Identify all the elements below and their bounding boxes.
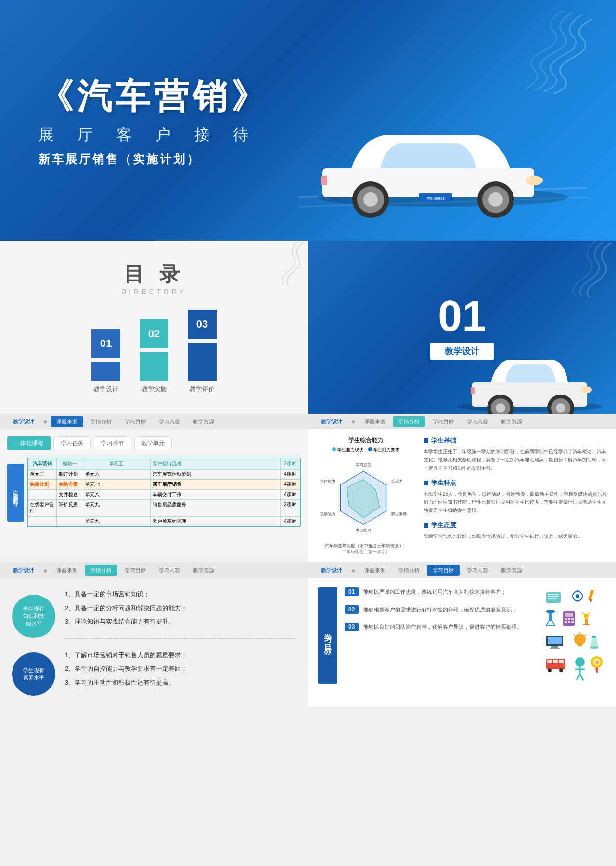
goal-text-1: 能够以严谨的工作态度，熟练运用汽车商务礼仪来接待客户； <box>363 587 506 597</box>
svg-line-49 <box>552 621 555 626</box>
r2nav-tab-4[interactable]: 学习内容 <box>461 565 494 576</box>
right-section-label: 教学设计 <box>315 416 348 427</box>
r2nav-tab-2[interactable]: 学情分析 <box>393 565 425 576</box>
matrix-vertical-label: 汽车制造与装配专业 <box>7 458 24 527</box>
matrix-cell-1-3: 单元六 <box>83 470 151 479</box>
student-sub-label: 二年级学生（第一学期） <box>315 549 416 555</box>
svg-rect-52 <box>565 613 573 617</box>
know-item-2-3: 3、学习的主动性和积极性还有待提高。 <box>65 676 296 690</box>
rnav-tab-1[interactable]: 课题来源 <box>359 416 391 427</box>
rnav-tab-5[interactable]: 教学资源 <box>495 416 528 427</box>
directory-row: 目 录 DIRECTORY 01 教学设计 02 教学实施 03 教学评价 <box>0 241 616 414</box>
dir-item-02: 02 教学实施 <box>140 319 168 394</box>
sub-tab-4[interactable]: 教学单元 <box>134 436 172 450</box>
svg-point-79 <box>559 668 563 672</box>
svg-line-48 <box>546 621 549 626</box>
svg-point-80 <box>575 657 585 667</box>
matrix-cell-2-5: 4课时 <box>281 480 300 489</box>
svg-point-20 <box>580 386 592 393</box>
know-circle-1: 学生现有 知识和技 能水平 <box>12 595 55 638</box>
sub-tab-2[interactable]: 学习任务 <box>53 436 91 450</box>
svg-text:反应力: 反应力 <box>391 479 403 484</box>
matrix-cell-4-1: 在线客户管理 <box>28 500 57 516</box>
matrix-cell-2-1: 实施计划 <box>28 480 57 489</box>
left-nav-1: 教学设计 ◆ 课题来源 学情分析 学习目标 学习内容 教学资源 <box>0 414 308 429</box>
content-row-1: 教学设计 ◆ 课题来源 学情分析 学习目标 学习内容 教学资源 一体化课程 学习… <box>0 414 616 562</box>
sub-tab-3[interactable]: 学习环节 <box>94 436 131 450</box>
goal-num-1: 01 <box>345 587 359 596</box>
right-nav-2: 教学设计 ◆ 课题来源 学情分析 学习目标 学习内容 教学资源 <box>308 562 616 578</box>
svg-point-78 <box>548 668 552 672</box>
teach-table-area: 一体化课程 学习任务 学习环节 教学单元 汽车制造与装配专业 汽车营销 模块一 <box>0 429 308 554</box>
l2nav-tab-3[interactable]: 学习目标 <box>119 565 152 576</box>
l2nav-tab-1[interactable]: 课题来源 <box>51 565 83 576</box>
matrix-hcell-5: 2课时 <box>281 458 300 469</box>
legend-1: 学生能力现状 <box>332 447 363 453</box>
r2nav-tab-1[interactable]: 课题来源 <box>359 565 391 576</box>
left-panel-2: 教学设计 ◆ 课题来源 学情分析 学习目标 学习内容 教学资源 学生现有 知识和… <box>0 562 308 713</box>
student-feature-title-row: 学生特点 <box>424 479 609 487</box>
nav-tab-2[interactable]: 学情分析 <box>85 416 117 427</box>
student-attitude-title-row: 学生态度 <box>424 521 609 530</box>
student-info-panel: 学生基础 本学学生正处于二年级第一学期的学习阶段，在前两学期中已经学习了汽车概论… <box>424 436 609 555</box>
svg-rect-59 <box>585 619 588 624</box>
nav-tab-1[interactable]: 课题来源 <box>51 416 83 427</box>
left-panel-1: 教学设计 ◆ 课题来源 学情分析 学习目标 学习内容 教学资源 一体化课程 学习… <box>0 414 308 562</box>
r2nav-tab-5[interactable]: 教学资源 <box>495 565 528 576</box>
svg-rect-76 <box>553 660 558 663</box>
know-panel: 学生现有 知识和技 能水平 学生现有 素养水平 1、具备一定的市场营销知识； 2… <box>0 578 308 713</box>
student-base-section: 学生基础 本学学生正处于二年级第一学期的学习阶段，在前两学期中已经学习了汽车概论… <box>424 436 609 472</box>
student-attitude-section: 学生态度 班级学习气氛比较好，出勤率情况较好，部分学生执行力较差，缺乏耐心。 <box>424 521 609 540</box>
matrix-cell-3-2: 文件检查 <box>57 490 83 499</box>
matrix-cell-5-4: 客户关系的管理 <box>151 517 281 526</box>
svg-rect-65 <box>551 646 558 648</box>
goals-icons-svg: ★ <box>544 587 606 684</box>
know-divider <box>65 638 296 639</box>
l2nav-tab-5[interactable]: 教学资源 <box>187 565 220 576</box>
r2nav-tab-3[interactable]: 学习目标 <box>427 565 460 576</box>
left-section-label: 教学设计 <box>7 416 40 427</box>
svg-text:协作能力: 协作能力 <box>320 479 335 484</box>
know-circle-1-text: 学生现有 知识和技 能水平 <box>23 605 44 627</box>
know-circles: 学生现有 知识和技 能水平 学生现有 素养水平 <box>12 587 55 696</box>
svg-rect-64 <box>548 637 562 644</box>
legend-2: 学生能力要求 <box>368 447 399 453</box>
student-feature-section: 学生特点 本班学生25人，全是男生，思维活跃，喜欢动漫，四肢动手操作，容易受媒体… <box>424 479 609 514</box>
svg-rect-42 <box>577 590 578 592</box>
nav-tab-4[interactable]: 学习内容 <box>153 416 186 427</box>
sub-tab-1[interactable]: 一体化课程 <box>7 436 51 450</box>
radar-legend: 学生能力现状 学生能力要求 <box>315 447 416 453</box>
dir-label-01: 教学设计 <box>93 385 118 394</box>
dir-item-01: 01 教学设计 <box>91 329 120 394</box>
l2-section-label: 教学设计 <box>7 565 40 576</box>
right-nav-1: 教学设计 ◆ 课题来源 学情分析 学习目标 学习内容 教学资源 <box>308 414 616 429</box>
l2nav-tab-4[interactable]: 学习内容 <box>153 565 186 576</box>
rnav-tab-4[interactable]: 学习内容 <box>461 416 494 427</box>
matrix-hcell-3: 单元五 <box>83 458 151 469</box>
attitude-icon <box>424 523 428 528</box>
rnav-tab-3[interactable]: 学习目标 <box>427 416 460 427</box>
svg-point-8 <box>526 176 543 185</box>
svg-rect-39 <box>548 598 556 599</box>
svg-rect-68 <box>578 644 582 646</box>
goal-item-3: 03 能够以良好的团队协作精神，化解客户异议，促进客户的购买欲望。 <box>345 623 537 632</box>
svg-rect-54 <box>568 618 570 620</box>
nav-tab-3[interactable]: 学习目标 <box>119 416 152 427</box>
dir-item-03: 03 教学评价 <box>188 310 217 394</box>
know-circle-2: 学生现有 素养水平 <box>12 652 55 696</box>
attitude-title: 学生态度 <box>431 521 456 530</box>
svg-line-70 <box>585 635 586 636</box>
matrix-cell-2-4: 新车展厅销售 <box>151 480 281 489</box>
svg-text:粤B 88888: 粤B 88888 <box>426 196 445 201</box>
l2nav-tab-2[interactable]: 学情分析 <box>85 565 117 576</box>
hero-car-image: 粤B 88888 <box>274 72 587 241</box>
goals-list: 01 能够以严谨的工作态度，熟练运用汽车商务礼仪来接待客户； 02 能够根据客户… <box>345 587 537 640</box>
student-base-title-row: 学生基础 <box>424 436 609 445</box>
rnav-tab-2[interactable]: 学情分析 <box>393 416 425 427</box>
dir-bar-01 <box>91 362 120 381</box>
matrix-hcell-1: 汽车营销 <box>28 458 57 469</box>
nav-tab-5[interactable]: 教学资源 <box>187 416 220 427</box>
matrix-cell-1-2: 制订计划 <box>57 470 83 479</box>
svg-rect-72 <box>592 636 596 638</box>
svg-text:学习态度: 学习态度 <box>356 463 371 467</box>
